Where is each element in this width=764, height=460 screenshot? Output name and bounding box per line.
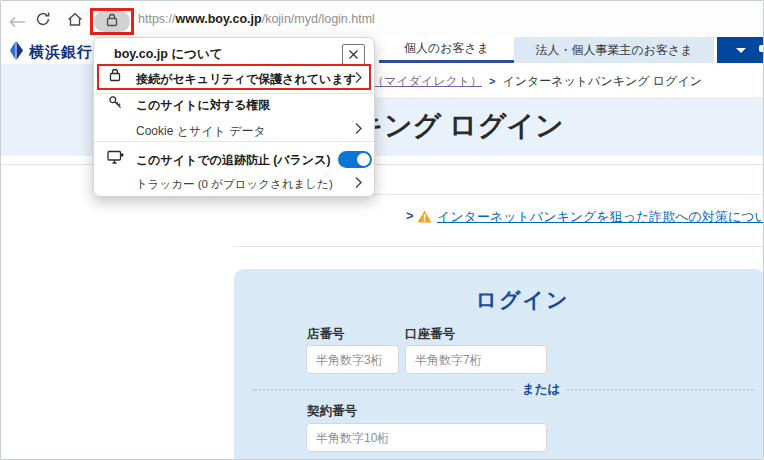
warning-icon xyxy=(417,209,432,227)
chevron-right-icon xyxy=(354,175,363,193)
account-number-label: 口座番号 xyxy=(405,326,455,343)
bank-logo-icon xyxy=(9,41,24,64)
url-path: /kojin/myd/login.html xyxy=(262,12,375,26)
site-permissions-label: このサイトに対する権限 xyxy=(136,97,270,114)
partial-icon xyxy=(759,45,764,52)
popup-title: boy.co.jp について xyxy=(114,46,223,63)
chevron-right-icon xyxy=(354,121,363,139)
trackers-label: トラッカー (0 がブロックされました) xyxy=(136,177,333,192)
tab-menu-dropdown[interactable] xyxy=(717,37,764,63)
notice-arrow: > xyxy=(406,208,414,223)
cookies-label: Cookie とサイト データ xyxy=(136,123,266,140)
trackers-row[interactable]: トラッカー (0 がブロックされました) xyxy=(94,174,374,198)
tab-business-label: 法人・個人事業主のお客さま xyxy=(535,42,692,59)
address-bar[interactable]: https://www.boy.co.jp/kojin/myd/login.ht… xyxy=(138,12,375,26)
tracking-prevention-label: このサイトでの追跡防止 (バランス) xyxy=(136,152,330,169)
connection-secure-label: 接続がセキュリティで保護されています xyxy=(136,71,356,88)
key-icon xyxy=(108,95,123,114)
refresh-icon[interactable] xyxy=(35,11,51,31)
url-scheme: https:// xyxy=(138,12,176,26)
browser-window: https://www.boy.co.jp/kojin/myd/login.ht… xyxy=(0,0,764,460)
toggle-knob xyxy=(357,153,370,166)
breadcrumb-link[interactable]: （マイダイレクト） xyxy=(372,74,482,88)
branch-number-input[interactable] xyxy=(306,345,399,374)
popup-divider xyxy=(94,141,374,142)
tracking-prevention-row: このサイトでの追跡防止 (バランス) xyxy=(94,148,374,172)
contract-number-label: 契約番号 xyxy=(307,403,357,420)
lock-highlight-box xyxy=(90,8,134,35)
back-button[interactable] xyxy=(9,14,26,32)
breadcrumb: （マイダイレクト）>インターネットバンキング ログイン xyxy=(372,73,702,90)
lock-icon xyxy=(109,68,121,86)
breadcrumb-separator: > xyxy=(489,75,495,87)
home-icon[interactable] xyxy=(67,12,83,31)
tracking-prevention-icon xyxy=(107,150,124,168)
chevron-right-icon xyxy=(354,70,363,88)
close-icon xyxy=(348,46,359,64)
browser-toolbar: https://www.boy.co.jp/kojin/myd/login.ht… xyxy=(1,1,764,35)
or-divider-line xyxy=(252,389,753,391)
or-label: または xyxy=(515,381,567,398)
site-permissions-row[interactable]: このサイトに対する権限 xyxy=(94,94,374,118)
site-info-popup: boy.co.jp について 接続がセキュリティで保護されています このサイトに… xyxy=(93,37,375,197)
url-domain: www.boy.co.jp xyxy=(176,12,262,26)
account-number-input[interactable] xyxy=(405,345,547,374)
contract-number-input[interactable] xyxy=(306,423,547,452)
breadcrumb-current: インターネットバンキング ログイン xyxy=(502,74,702,88)
login-title: ログイン xyxy=(234,286,764,314)
chevron-down-icon xyxy=(736,48,746,53)
close-button[interactable] xyxy=(342,44,365,65)
fraud-notice-link[interactable]: インターネットバンキングを狙った詐欺への対策について xyxy=(437,208,764,226)
notice-box-bottom-border xyxy=(233,246,764,247)
tab-personal-label: 個人のお客さま xyxy=(404,40,489,57)
tab-business-customers[interactable]: 法人・個人事業主のお客さま xyxy=(514,37,714,63)
tab-personal-customers[interactable]: 個人のお客さま xyxy=(379,37,514,63)
bank-name: 横浜銀行 xyxy=(29,43,93,62)
tracking-prevention-toggle[interactable] xyxy=(338,151,372,168)
branch-number-label: 店番号 xyxy=(307,326,345,343)
connection-secure-row[interactable]: 接続がセキュリティで保護されています xyxy=(94,67,374,91)
login-panel: ログイン 店番号 口座番号 または 契約番号 xyxy=(234,269,764,460)
